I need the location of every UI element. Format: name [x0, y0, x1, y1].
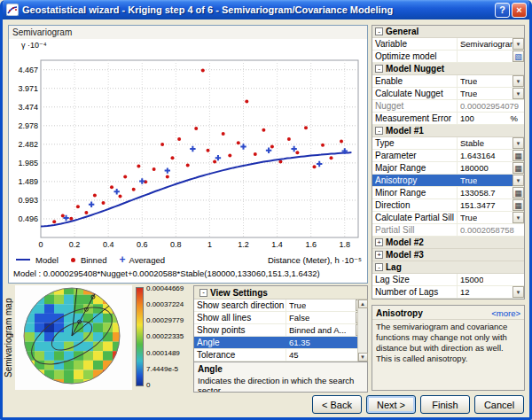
collapse-icon[interactable]: -: [375, 263, 383, 271]
property-row[interactable]: Show pointsBinned and A...▼: [194, 324, 367, 337]
description-title: Angle: [198, 364, 364, 375]
property-row[interactable]: AnisotropyTrue▼: [372, 175, 524, 187]
property-value[interactable]: Binned and A...▼: [286, 324, 367, 336]
property-row[interactable]: Nugget0.00002954079: [372, 100, 524, 113]
calculator-icon[interactable]: ▦: [512, 162, 524, 174]
view-settings-header[interactable]: - View Settings: [194, 286, 367, 299]
property-row[interactable]: Tolerance45: [194, 349, 367, 362]
property-row[interactable]: Show all linesFalse▼: [194, 312, 367, 324]
close-button[interactable]: ×: [512, 3, 527, 18]
property-row[interactable]: TypeStable▼: [372, 137, 524, 150]
property-group-row[interactable]: -General: [372, 26, 524, 38]
property-value[interactable]: 180000▦: [458, 162, 524, 174]
property-value[interactable]: 12▼: [458, 286, 524, 298]
view-settings-description: Angle Indicates the direction in which t…: [194, 362, 367, 392]
property-value-text: True: [460, 76, 477, 86]
property-value[interactable]: True▼: [286, 299, 367, 311]
dropdown-arrow-icon[interactable]: ▼: [512, 38, 524, 50]
property-value[interactable]: ▧: [458, 51, 524, 62]
property-row[interactable]: Direction151.3477▦: [372, 199, 524, 212]
property-value[interactable]: True▼: [458, 212, 524, 223]
finish-button[interactable]: Finish: [420, 395, 470, 414]
property-label: Minor Range: [372, 187, 458, 198]
property-value[interactable]: 61.35: [286, 337, 367, 348]
property-value[interactable]: Stable▼: [458, 137, 524, 149]
calculator-icon[interactable]: ▦: [512, 150, 524, 161]
property-row[interactable]: Calculate NuggetTrue▼: [372, 88, 524, 100]
dropdown-arrow-icon[interactable]: ▼: [512, 212, 524, 223]
help-box: Anisotropy <more> The semivariogram and …: [372, 305, 525, 391]
property-value[interactable]: Semivariogram▼: [458, 38, 524, 50]
property-row[interactable]: VariableSemivariogram▼: [372, 38, 524, 51]
property-row[interactable]: EnableTrue▼: [372, 75, 524, 88]
view-settings-scrollbar[interactable]: ▲ ▼: [357, 299, 367, 362]
expand-icon[interactable]: +: [375, 251, 383, 259]
help-button[interactable]: ?: [495, 3, 510, 18]
view-settings-panel: - View Settings Show search directionTru…: [193, 285, 368, 393]
property-row[interactable]: Major Range180000▦: [372, 162, 524, 175]
scroll-down-icon[interactable]: ▼: [358, 353, 368, 362]
property-value[interactable]: 151.3477▦: [458, 199, 524, 211]
back-button[interactable]: < Back: [312, 395, 362, 414]
property-value[interactable]: 133058.7▦: [458, 187, 524, 198]
collapse-icon[interactable]: -: [200, 289, 207, 297]
binned-dot-swatch: [71, 258, 75, 262]
semivariogram-map[interactable]: [15, 285, 132, 390]
more-link[interactable]: <more>: [491, 308, 520, 318]
property-group-row[interactable]: -Lag: [372, 261, 524, 274]
property-row[interactable]: Minor Range133058.7▦: [372, 187, 524, 199]
property-row[interactable]: Lag Size15000: [372, 274, 524, 286]
svg-text:4.467: 4.467: [18, 66, 38, 74]
property-value[interactable]: 0.00002954079: [458, 100, 524, 112]
averaged-plus-icon: +: [119, 255, 125, 264]
property-row[interactable]: Calculate Partial SillTrue▼: [372, 212, 524, 224]
property-value[interactable]: True▼: [458, 75, 524, 87]
property-row[interactable]: Optimize model▧: [372, 51, 524, 63]
title-bar[interactable]: Geostatistical wizard - Kriging step 4 o…: [3, 0, 529, 19]
property-value-suffix: %: [511, 113, 521, 123]
scroll-up-icon[interactable]: ▲: [358, 299, 368, 308]
dropdown-arrow-icon[interactable]: ▼: [512, 175, 524, 186]
property-row[interactable]: Parameter1.643164▦: [372, 150, 524, 162]
optimize-model-icon[interactable]: ▧: [512, 51, 524, 62]
property-value[interactable]: 100%: [458, 113, 524, 124]
window-icon: [6, 4, 19, 16]
dropdown-arrow-icon[interactable]: ▼: [512, 286, 524, 298]
help-box-header: Anisotropy <more>: [372, 306, 524, 320]
model-formula: Model : 0.0000295408*Nugget+0.00020588*S…: [13, 268, 364, 278]
property-group-row[interactable]: +Model #3: [372, 249, 524, 261]
property-value[interactable]: 1.643164▦: [458, 150, 524, 161]
dropdown-arrow-icon[interactable]: ▼: [512, 75, 524, 87]
cancel-button[interactable]: Cancel: [474, 395, 524, 414]
property-label: Partial Sill: [372, 224, 458, 236]
semivariogram-chart[interactable]: 0.4960.9931.4891.9852.4822.9783.4743.971…: [9, 51, 367, 252]
svg-text:1.2: 1.2: [238, 240, 249, 249]
colorbar-tick-label: 0.00044669: [146, 284, 192, 292]
dialog-content: Semivariogram γ ·10⁻⁴ 0.4960.9931.4891.9…: [3, 19, 529, 417]
collapse-icon[interactable]: -: [375, 127, 383, 135]
dropdown-arrow-icon[interactable]: ▼: [512, 88, 524, 99]
property-label: Major Range: [372, 162, 458, 174]
property-row[interactable]: Show search directionTrue▼: [194, 299, 367, 312]
dropdown-arrow-icon[interactable]: ▼: [512, 137, 524, 149]
property-value[interactable]: False▼: [286, 312, 367, 323]
property-row[interactable]: Number of Lags12▼: [372, 286, 524, 299]
expand-icon[interactable]: +: [375, 238, 383, 246]
property-group-row[interactable]: +Model #2: [372, 237, 524, 249]
calculator-icon[interactable]: ▦: [512, 199, 524, 211]
property-group-row[interactable]: -Model #1: [372, 125, 524, 137]
property-group-row[interactable]: -Model Nugget: [372, 63, 524, 75]
property-value[interactable]: 0.0002058758: [458, 224, 524, 236]
calculator-icon[interactable]: ▦: [512, 187, 524, 198]
next-button[interactable]: Next >: [366, 395, 416, 414]
property-value[interactable]: True▼: [458, 88, 524, 99]
property-row[interactable]: Partial Sill0.0002058758: [372, 224, 524, 237]
property-value[interactable]: True▼: [458, 175, 524, 186]
property-row[interactable]: Angle61.35: [194, 337, 367, 349]
collapse-icon[interactable]: -: [375, 65, 383, 73]
property-value[interactable]: 15000: [458, 274, 524, 285]
property-value[interactable]: 45: [286, 349, 367, 361]
collapse-icon[interactable]: -: [375, 27, 383, 35]
legend-model-label: Model: [35, 255, 59, 265]
property-row[interactable]: Measurement Error100%: [372, 113, 524, 125]
